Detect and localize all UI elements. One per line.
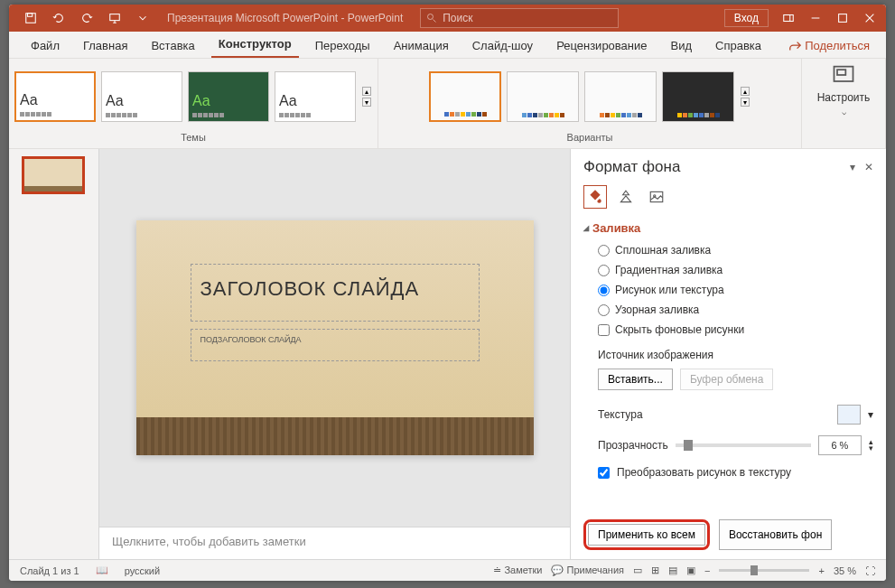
zoom-out-icon[interactable]: − xyxy=(704,565,710,576)
tab-insert[interactable]: Вставка xyxy=(144,33,201,58)
apply-all-button[interactable]: Применить ко всем xyxy=(588,524,705,546)
sorter-view-icon[interactable]: ⊞ xyxy=(651,565,659,576)
svg-rect-1 xyxy=(28,14,33,17)
transparency-value[interactable]: 6 % xyxy=(818,435,862,455)
normal-view-icon[interactable]: ▭ xyxy=(633,565,642,576)
variant-thumb[interactable] xyxy=(584,71,657,122)
opt-picture[interactable]: Рисунок или текстура xyxy=(598,284,873,296)
subtitle-placeholder[interactable]: ПОДЗАГОЛОВОК СЛАЙДА xyxy=(191,329,480,361)
app-window: Презентация Microsoft PowerPoint - Power… xyxy=(9,5,886,581)
undo-icon[interactable] xyxy=(46,5,71,31)
search-placeholder: Поиск xyxy=(443,12,472,24)
tab-design[interactable]: Конструктор xyxy=(211,32,299,58)
slides-panel[interactable]: 1 xyxy=(9,149,99,559)
reset-bg-button[interactable]: Восстановить фон xyxy=(719,519,832,550)
pane-category-icons xyxy=(571,185,886,216)
svg-rect-2 xyxy=(110,14,120,21)
variants-scroll[interactable]: ▴▾ xyxy=(740,87,750,107)
spinner-icon[interactable]: ▴▾ xyxy=(869,439,873,452)
tab-help[interactable]: Справка xyxy=(708,33,769,58)
variants-label: Варианты xyxy=(567,130,613,145)
theme-thumb[interactable]: Aa xyxy=(188,71,269,122)
customize-button[interactable]: Настроить ⌵ xyxy=(807,62,880,117)
opt-solid[interactable]: Сплошная заливка xyxy=(598,244,873,257)
svg-rect-4 xyxy=(784,15,794,22)
reading-view-icon[interactable]: ▤ xyxy=(668,565,677,576)
tab-review[interactable]: Рецензирование xyxy=(549,33,654,58)
editor-area: ЗАГОЛОВОК СЛАЙДА ПОДЗАГОЛОВОК СЛАЙДА Щел… xyxy=(99,149,570,559)
opt-pattern[interactable]: Узорная заливка xyxy=(598,303,873,316)
slide-canvas[interactable]: ЗАГОЛОВОК СЛАЙДА ПОДЗАГОЛОВОК СЛАЙДА xyxy=(136,220,534,455)
theme-thumb[interactable]: Aa xyxy=(275,71,356,122)
texture-label: Текстура xyxy=(598,408,830,421)
slide-thumbnail[interactable] xyxy=(22,156,85,194)
zoom-value[interactable]: 35 % xyxy=(834,565,856,576)
pane-dropdown-icon[interactable]: ▾ xyxy=(850,161,855,173)
tab-animations[interactable]: Анимация xyxy=(387,33,456,58)
variant-thumb[interactable] xyxy=(662,71,734,122)
texture-picker[interactable] xyxy=(837,405,861,425)
opt-gradient[interactable]: Градиентная заливка xyxy=(598,264,873,276)
canvas-area[interactable]: ЗАГОЛОВОК СЛАЙДА ПОДЗАГОЛОВОК СЛАЙДА xyxy=(99,149,570,527)
effects-icon[interactable] xyxy=(614,185,638,209)
comments-toggle[interactable]: 💬 Примечания xyxy=(551,565,624,576)
ribbon-group-customize: Настроить ⌵ xyxy=(802,59,886,148)
more-icon[interactable] xyxy=(130,5,155,31)
tab-slideshow[interactable]: Слайд-шоу xyxy=(465,33,540,58)
svg-rect-7 xyxy=(837,70,845,75)
svg-rect-5 xyxy=(839,14,847,23)
variant-thumb[interactable] xyxy=(507,71,579,122)
pane-close-icon[interactable]: ✕ xyxy=(864,161,873,173)
maximize-icon[interactable] xyxy=(830,5,855,31)
tile-checkbox[interactable]: Преобразовать рисунок в текстуру xyxy=(571,461,886,484)
tab-home[interactable]: Главная xyxy=(76,33,135,58)
slide-indicator[interactable]: Слайд 1 из 1 xyxy=(20,565,79,576)
chevron-down-icon[interactable]: ▾ xyxy=(868,408,873,421)
opt-hide-bg[interactable]: Скрыть фоновые рисунки xyxy=(598,323,873,336)
start-slideshow-icon[interactable] xyxy=(102,5,127,31)
language[interactable]: русский xyxy=(125,565,160,576)
apply-all-highlight: Применить ко всем xyxy=(583,519,710,550)
tab-file[interactable]: Файл xyxy=(23,33,67,58)
ribbon-group-variants: ▴▾ Варианты xyxy=(378,59,802,148)
transparency-row: Прозрачность 6 % ▴▾ xyxy=(571,430,886,461)
insert-button[interactable]: Вставить... xyxy=(598,369,673,390)
ribbon: Aa Aa Aa Aa ▴▾ Темы ▴▾ Варианты Настроит… xyxy=(9,59,886,149)
ribbon-tabs: Файл Главная Вставка Конструктор Переход… xyxy=(9,32,886,59)
transparency-slider[interactable] xyxy=(676,443,811,447)
svg-rect-8 xyxy=(650,191,663,201)
ribbon-group-themes: Aa Aa Aa Aa ▴▾ Темы xyxy=(9,59,378,148)
ribbon-mode-icon[interactable] xyxy=(776,5,801,31)
fill-section[interactable]: Заливка xyxy=(571,216,886,240)
notes-input[interactable]: Щелкните, чтобы добавить заметки xyxy=(99,527,570,559)
tab-transitions[interactable]: Переходы xyxy=(308,33,378,58)
sign-in-button[interactable]: Вход xyxy=(724,9,769,27)
titlebar: Презентация Microsoft PowerPoint - Power… xyxy=(9,5,886,32)
title-placeholder[interactable]: ЗАГОЛОВОК СЛАЙДА xyxy=(191,264,480,322)
share-button[interactable]: Поделиться xyxy=(783,33,875,58)
tab-view[interactable]: Вид xyxy=(664,33,700,58)
fit-icon[interactable]: ⛶ xyxy=(865,565,875,576)
spellcheck-icon[interactable]: 📖 xyxy=(96,565,108,576)
save-icon[interactable] xyxy=(18,5,43,31)
theme-thumb[interactable]: Aa xyxy=(101,71,182,122)
themes-scroll[interactable]: ▴▾ xyxy=(361,87,372,107)
pane-title: Формат фона xyxy=(583,158,680,176)
clipboard-button: Буфер обмена xyxy=(680,369,774,390)
pane-footer: Применить ко всем Восстановить фон xyxy=(571,510,886,559)
close-icon[interactable] xyxy=(857,5,882,31)
slideshow-view-icon[interactable]: ▣ xyxy=(686,565,695,576)
theme-thumb[interactable]: Aa xyxy=(14,71,96,122)
zoom-slider[interactable] xyxy=(719,569,809,572)
search-input[interactable]: Поиск xyxy=(420,8,619,28)
redo-icon[interactable] xyxy=(74,5,99,31)
themes-label: Темы xyxy=(181,130,206,145)
minimize-icon[interactable] xyxy=(803,5,828,31)
pane-header: Формат фона ▾✕ xyxy=(571,149,886,185)
statusbar: Слайд 1 из 1 📖 русский ≐ Заметки 💬 Приме… xyxy=(9,559,886,581)
fill-icon[interactable] xyxy=(583,185,607,209)
notes-toggle[interactable]: ≐ Заметки xyxy=(493,565,542,576)
zoom-in-icon[interactable]: + xyxy=(818,565,824,576)
picture-icon[interactable] xyxy=(645,185,668,209)
variant-thumb[interactable] xyxy=(429,71,501,122)
